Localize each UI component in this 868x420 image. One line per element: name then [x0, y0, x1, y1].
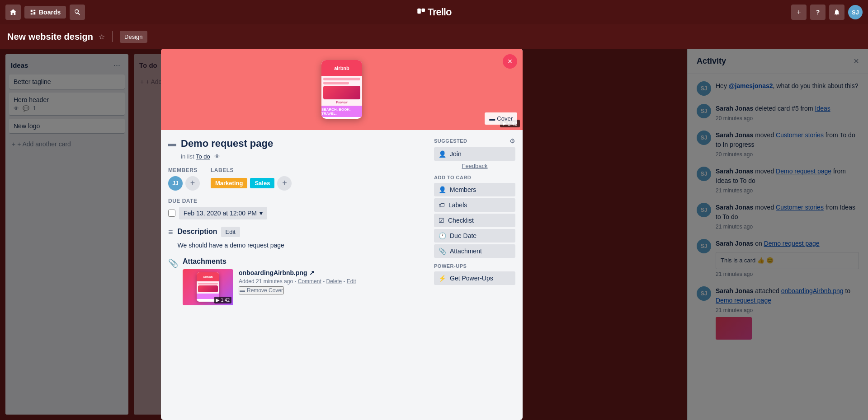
join-button[interactable]: 👤 Join: [434, 147, 515, 161]
modal-main: ▬ Demo request page in list To do 👁 MEMB…: [168, 137, 427, 311]
board-title: New website design: [7, 32, 93, 42]
cover-icon: ▬: [489, 115, 495, 122]
attachment-info: onboardingAirbnb.png ↗ Added 21 minutes …: [239, 269, 427, 294]
svg-rect-5: [421, 9, 425, 12]
attachment-comment-link[interactable]: Comment: [298, 278, 321, 285]
list-link[interactable]: To do: [196, 153, 210, 160]
close-icon: ×: [508, 57, 513, 66]
members-button[interactable]: 👤 Members: [434, 183, 515, 196]
checklist-button[interactable]: ☑ Checklist: [434, 214, 515, 227]
watch-icon: 👁: [214, 153, 220, 160]
add-label-button[interactable]: +: [277, 176, 292, 191]
attachments-section: 📎 Attachments airbnb: [168, 257, 427, 311]
power-ups-label: POWER-UPS: [434, 263, 515, 269]
attachment-thumbnail[interactable]: airbnb: [183, 269, 233, 305]
attachment-delete-link[interactable]: Delete: [326, 278, 342, 285]
cover-toggle-button[interactable]: ▬ Cover: [485, 112, 517, 125]
add-to-card-label: ADD TO CARD: [434, 175, 515, 180]
due-date-sidebar-button[interactable]: 🕐 Due Date: [434, 229, 515, 243]
view-button[interactable]: Design: [120, 31, 147, 43]
search-button[interactable]: [70, 5, 85, 20]
modal-sidebar: SUGGESTED ⚙ 👤 Join Feedback ADD TO CARD: [434, 137, 515, 311]
create-button[interactable]: +: [791, 5, 807, 20]
star-button[interactable]: ☆: [99, 33, 105, 41]
attachment-item: airbnb: [183, 269, 427, 305]
labels-button[interactable]: 🏷 Labels: [434, 198, 515, 212]
add-member-button[interactable]: +: [185, 176, 200, 191]
notification-button[interactable]: [829, 5, 844, 20]
trello-logo: Trello: [417, 6, 452, 18]
due-date-button[interactable]: Feb 13, 2020 at 12:00 PM ▾: [179, 207, 267, 219]
labels-section: LABELS Marketing Sales +: [211, 167, 292, 191]
info-icon: ?: [816, 9, 820, 16]
svg-rect-0: [31, 10, 33, 12]
description-icon: ≡: [168, 228, 173, 237]
description-text: We should have a demo request page: [178, 241, 427, 250]
user-avatar[interactable]: SJ: [848, 5, 863, 19]
external-link-icon[interactable]: ↗: [309, 269, 315, 276]
attachment-edit-link[interactable]: Edit: [347, 278, 356, 285]
boards-button[interactable]: Boards: [24, 6, 66, 19]
suggested-label: SUGGESTED ⚙: [434, 137, 515, 145]
members-icon: 👤: [439, 186, 446, 193]
label-marketing[interactable]: Marketing: [211, 178, 247, 188]
checklist-icon: ☑: [439, 217, 444, 224]
feedback-link[interactable]: Feedback: [434, 163, 515, 169]
description-title: Description: [178, 228, 217, 236]
card-modal: airbnb Preview SEARCH. BOOK. TRAVEL.: [161, 49, 523, 420]
join-icon: 👤: [439, 150, 446, 158]
board-content: Ideas ··· Better tagline Hero header 👁 💬…: [0, 49, 868, 420]
modal-body: ▬ Demo request page in list To do 👁 MEMB…: [161, 130, 523, 318]
svg-rect-3: [31, 13, 33, 14]
modal-subtitle: in list To do 👁: [181, 153, 427, 160]
chevron-down-icon: ▾: [259, 210, 263, 217]
modal-close-button[interactable]: ×: [503, 54, 517, 69]
due-date-section: DUE DATE Feb 13, 2020 at 12:00 PM ▾: [168, 198, 427, 219]
top-nav: Boards Trello + ? SJ: [0, 0, 868, 24]
member-jj[interactable]: JJ: [168, 176, 183, 191]
board-header: New website design ☆ Design: [0, 24, 868, 49]
labels-icon: 🏷: [439, 201, 445, 209]
home-button[interactable]: [5, 5, 21, 20]
attachments-title: Attachments: [183, 257, 226, 266]
modal-cover: airbnb Preview SEARCH. BOOK. TRAVEL.: [161, 49, 523, 130]
attachment-icon: 📎: [168, 258, 178, 268]
attachment-video-badge: ▶ 1:42: [214, 297, 231, 303]
modal-title: Demo request page: [181, 137, 273, 150]
attachment-added: Added 21 minutes ago: [239, 278, 293, 285]
clock-icon: 🕐: [439, 232, 446, 239]
boards-label: Boards: [39, 9, 61, 16]
description-edit-button[interactable]: Edit: [221, 227, 240, 237]
paperclip-icon: 📎: [439, 247, 446, 255]
view-label: Design: [124, 33, 142, 40]
attachment-name: onboardingAirbnb.png: [239, 269, 307, 276]
lightning-icon: ⚡: [439, 275, 446, 282]
plus-icon: +: [797, 8, 801, 16]
card-title-icon: ▬: [168, 139, 176, 149]
svg-rect-2: [33, 12, 35, 14]
remove-cover-button[interactable]: ▬ Remove Cover: [239, 286, 284, 294]
svg-rect-1: [33, 10, 35, 11]
info-button[interactable]: ?: [810, 5, 826, 20]
due-date-checkbox[interactable]: [168, 210, 175, 217]
members-section: MEMBERS JJ +: [168, 167, 200, 191]
cover-icon: ▬: [240, 287, 245, 294]
suggested-gear-button[interactable]: ⚙: [509, 137, 515, 145]
svg-rect-4: [417, 9, 421, 14]
label-sales[interactable]: Sales: [250, 178, 274, 188]
attachment-sidebar-button[interactable]: 📎 Attachment: [434, 244, 515, 258]
card-modal-overlay[interactable]: airbnb Preview SEARCH. BOOK. TRAVEL.: [0, 49, 868, 420]
get-power-ups-button[interactable]: ⚡ Get Power-Ups: [434, 271, 515, 285]
